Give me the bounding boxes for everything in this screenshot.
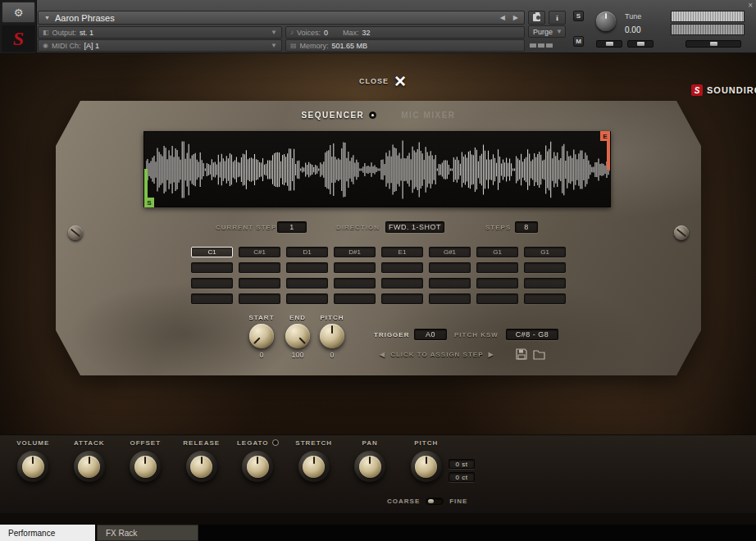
prev-instrument-icon[interactable]: ◀ [500, 14, 505, 21]
knob-pitch[interactable] [411, 451, 442, 482]
output-icon: ◧ [43, 29, 49, 36]
pitch-knob-block: PITCH 0 [313, 314, 351, 359]
knob-volume[interactable] [17, 451, 48, 482]
knob-label-release: RELEASE [183, 439, 220, 447]
midi-label: MIDI Ch: [52, 42, 81, 50]
midi-value: [A] 1 [84, 42, 100, 50]
tab-mic-mixer[interactable]: MIC MIXER [401, 111, 455, 120]
step-button-r2-c7[interactable] [476, 262, 518, 273]
pitch-semitone-value[interactable]: 0 st [449, 459, 475, 469]
tab-performance[interactable]: Performance [0, 525, 95, 541]
tab-sequencer[interactable]: SEQUENCER [301, 111, 376, 120]
legato-toggle[interactable] [272, 439, 279, 446]
pan-mini-slider[interactable] [596, 40, 622, 48]
knob-attack[interactable] [74, 451, 105, 482]
step-button-r4-c5[interactable] [381, 293, 423, 304]
waveform-display[interactable]: S E [143, 131, 611, 207]
step-button-r3-c8[interactable] [524, 278, 566, 289]
width-mini-slider[interactable] [627, 40, 654, 48]
step-button-r1-c8[interactable]: G1 [524, 247, 566, 257]
sequencer-radio-icon [369, 111, 376, 119]
snapshot-camera-button[interactable] [528, 11, 545, 25]
steps-value[interactable]: 8 [515, 221, 538, 233]
tune-knob[interactable] [596, 11, 616, 31]
assign-prev-icon[interactable]: ◀ [380, 351, 385, 358]
current-step-value[interactable]: 1 [277, 221, 307, 233]
save-preset-button[interactable] [514, 348, 528, 361]
midi-dropdown-icon[interactable]: ▼ [271, 42, 277, 49]
tune-value: 0.00 [625, 25, 640, 34]
step-button-r3-c2[interactable] [239, 278, 280, 289]
start-marker-label[interactable]: S [144, 198, 154, 207]
output-dropdown-icon[interactable]: ▼ [271, 29, 277, 36]
step-button-r4-c1[interactable] [191, 293, 233, 304]
solo-button[interactable]: S [573, 11, 584, 21]
pitch-ksw-value[interactable]: C#8 - G8 [506, 329, 558, 340]
step-button-r4-c4[interactable] [334, 293, 376, 304]
end-marker-label[interactable]: E [600, 131, 610, 141]
tab-fx-rack[interactable]: FX Rack [97, 525, 198, 541]
close-overlay-button[interactable]: CLOSE × [359, 74, 406, 89]
knob-block-pan: PAN [342, 439, 398, 482]
tools-button[interactable]: ⚙ [2, 2, 35, 23]
tab-mic-mixer-label: MIC MIXER [401, 111, 455, 120]
step-button-r1-c4[interactable]: D#1 [334, 247, 376, 257]
knob-pan[interactable] [354, 451, 385, 482]
next-instrument-icon[interactable]: ▶ [513, 14, 518, 21]
purge-dropdown-icon[interactable]: ▼ [556, 28, 562, 35]
direction-value[interactable]: FWD. 1-SHOT [385, 221, 444, 233]
end-knob[interactable] [285, 324, 310, 348]
step-button-r4-c7[interactable] [476, 293, 518, 304]
pitch-knob[interactable] [320, 324, 344, 348]
knob-stretch[interactable] [298, 451, 330, 482]
step-button-r3-c7[interactable] [476, 278, 518, 289]
step-button-r2-c3[interactable] [286, 262, 328, 273]
step-button-r4-c3[interactable] [286, 293, 328, 304]
kontakt-header: ⚙ S ▼ Aaron Phrases ◀ ▶ ◧ Output: st. 1 … [0, 0, 756, 53]
output-strip[interactable]: ◧ Output: st. 1 ▼ [38, 26, 282, 39]
instrument-title-bar[interactable]: ▼ Aaron Phrases ◀ ▶ [38, 11, 525, 25]
step-button-r1-c3[interactable]: D1 [286, 247, 328, 257]
coarse-label: COARSE [387, 498, 420, 505]
coarse-fine-toggle[interactable] [426, 498, 444, 505]
step-button-r1-c5[interactable]: E1 [381, 247, 423, 257]
soundiron-brand: S SOUNDIRON [691, 84, 756, 96]
step-button-r3-c1[interactable] [191, 278, 233, 289]
knob-release[interactable] [186, 451, 217, 482]
start-knob[interactable] [249, 324, 274, 348]
load-preset-button[interactable] [532, 348, 546, 361]
output-label: Output: [52, 29, 77, 37]
step-button-r4-c6[interactable] [429, 293, 471, 304]
assign-next-icon[interactable]: ▶ [489, 351, 494, 358]
end-knob-block: END 100 [279, 314, 317, 359]
step-button-r3-c3[interactable] [286, 278, 328, 289]
step-button-r1-c7[interactable]: G1 [476, 247, 518, 257]
info-button[interactable]: i [549, 11, 566, 25]
step-button-r4-c8[interactable] [524, 293, 566, 304]
step-button-r2-c5[interactable] [381, 262, 423, 273]
knob-legato[interactable] [242, 451, 273, 482]
midi-strip[interactable]: ◉ MIDI Ch: [A] 1 ▼ [38, 39, 282, 52]
knob-offset[interactable] [130, 451, 161, 482]
purge-dropdown[interactable]: Purge ▼ [528, 25, 566, 38]
volume-mini-slider[interactable] [685, 40, 741, 48]
tune-label: Tune [625, 12, 641, 20]
knob-cap [415, 456, 437, 478]
step-button-r1-c6[interactable]: G#1 [429, 247, 471, 257]
step-button-r2-c6[interactable] [429, 262, 471, 273]
step-button-r2-c8[interactable] [524, 262, 566, 273]
step-button-r3-c4[interactable] [334, 278, 376, 289]
step-button-r1-c2[interactable]: C#1 [239, 247, 280, 257]
step-button-r4-c2[interactable] [239, 293, 280, 304]
step-button-r2-c1[interactable] [191, 262, 233, 273]
step-button-r1-c1[interactable]: C1 [191, 247, 233, 257]
step-button-r2-c4[interactable] [334, 262, 376, 273]
pitch-cent-value[interactable]: 0 ct [449, 472, 475, 482]
step-button-r2-c2[interactable] [239, 262, 280, 273]
header-close-icon[interactable]: × [748, 1, 753, 10]
step-button-r3-c5[interactable] [381, 278, 423, 289]
instrument-dropdown-icon[interactable]: ▼ [44, 15, 50, 20]
mute-button[interactable]: M [573, 36, 584, 47]
step-button-r3-c6[interactable] [429, 278, 471, 289]
trigger-value[interactable]: A0 [414, 329, 447, 340]
